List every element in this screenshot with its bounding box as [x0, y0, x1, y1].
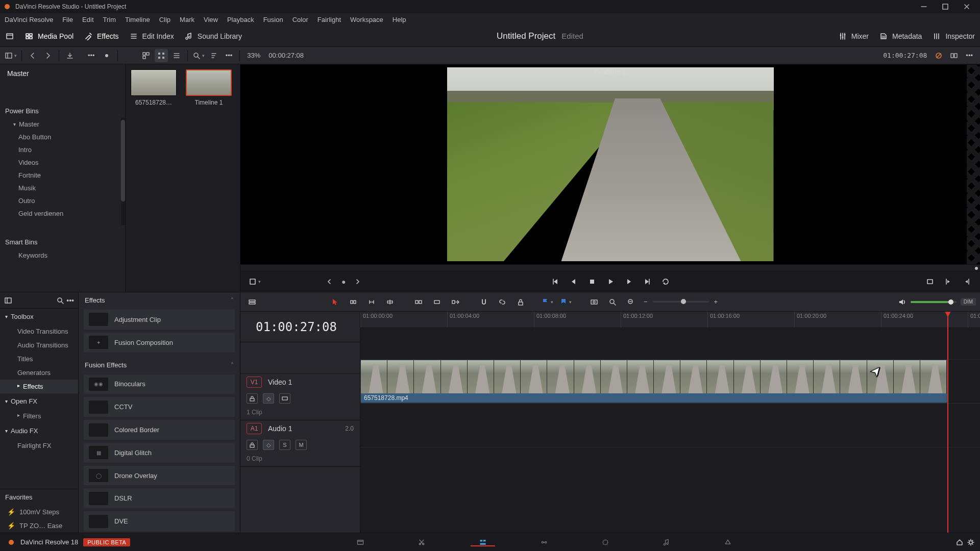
import-media[interactable]: [63, 49, 77, 62]
bin-item[interactable]: Abo Button: [0, 131, 121, 143]
fx-item[interactable]: ▦Digital Glitch: [84, 443, 235, 463]
effects-section-header[interactable]: Effects˄: [79, 292, 240, 308]
bin-item[interactable]: Intro: [0, 143, 121, 156]
menu-help[interactable]: Help: [388, 13, 411, 26]
track-tag[interactable]: V1: [247, 377, 262, 388]
mixer-toggle[interactable]: Mixer: [833, 29, 874, 44]
smart-bin-item[interactable]: Keywords: [0, 249, 125, 262]
menu-edit[interactable]: Edit: [78, 13, 98, 26]
menu-trim[interactable]: Trim: [99, 13, 121, 26]
viewer-canvas[interactable]: [240, 64, 980, 264]
record-dot[interactable]: [100, 49, 113, 62]
go-start-button[interactable]: [548, 274, 562, 289]
page-deliver[interactable]: [697, 538, 758, 546]
lock-icon[interactable]: [513, 294, 528, 310]
pool-thumb[interactable]: 657518728…: [131, 69, 177, 106]
menu-workspace[interactable]: Workspace: [346, 13, 388, 26]
zoom-minus[interactable]: −: [642, 298, 650, 306]
favorites-header[interactable]: Favorites: [0, 489, 78, 505]
zoom-to-fit[interactable]: [586, 294, 602, 310]
grid-view-icon[interactable]: [155, 49, 168, 62]
fx-item[interactable]: CCTV: [84, 397, 235, 417]
power-bin-master[interactable]: ▾Master: [0, 118, 121, 131]
project-settings-button[interactable]: [967, 538, 975, 546]
timeline-tracks[interactable]: 01:00:00:00 01:00:04:00 01:00:08:00 01:0…: [360, 312, 980, 533]
blade-tool[interactable]: [382, 294, 398, 310]
detail-zoom[interactable]: [605, 294, 620, 310]
bin-item[interactable]: Videos: [0, 156, 121, 169]
bin-item[interactable]: Fortnite: [0, 169, 121, 182]
dim-button[interactable]: DIM: [961, 298, 976, 306]
effects-toggle[interactable]: Effects: [79, 29, 124, 44]
fx-item[interactable]: Colored Border: [84, 420, 235, 440]
match-frame-button[interactable]: [923, 274, 937, 289]
bin-item[interactable]: Outro: [0, 194, 121, 207]
viewer-title-dropdown[interactable]: Timeline 1: [594, 68, 626, 76]
auto-select[interactable]: ◇: [263, 440, 274, 450]
go-end-button[interactable]: [640, 274, 654, 289]
menu-timeline[interactable]: Timeline: [120, 13, 155, 26]
selection-tool[interactable]: [327, 294, 342, 310]
ellipsis-1[interactable]: •••: [85, 52, 98, 59]
video-track-header[interactable]: V1 Video 1 ◇ 1 Clip: [240, 374, 360, 420]
fx-search-icon[interactable]: [56, 296, 64, 305]
metadata-toggle[interactable]: Metadata: [874, 29, 927, 44]
sound-library-toggle[interactable]: Sound Library: [179, 29, 247, 44]
transform-dropdown[interactable]: [248, 274, 262, 289]
page-cut[interactable]: [391, 538, 452, 546]
menu-fusion[interactable]: Fusion: [259, 13, 288, 26]
flag-dropdown[interactable]: [540, 294, 555, 310]
home-button[interactable]: [955, 538, 964, 546]
edit-index-toggle[interactable]: Edit Index: [124, 29, 179, 44]
fx-layout-icon[interactable]: [4, 296, 12, 305]
timeline-timecode[interactable]: 01:00:27:08: [240, 312, 360, 342]
fx-item[interactable]: DSLR: [84, 488, 235, 508]
overwrite-clip[interactable]: [429, 294, 445, 310]
bin-item[interactable]: Geld verdienen: [0, 207, 121, 220]
dual-viewer-icon[interactable]: [947, 49, 961, 62]
ellipsis-3[interactable]: •••: [963, 52, 976, 59]
toolbox-header[interactable]: ▾Toolbox: [0, 309, 78, 324]
insert-clip[interactable]: [411, 294, 426, 310]
track-tag[interactable]: A1: [247, 423, 262, 434]
menu-mark[interactable]: Mark: [175, 13, 199, 26]
fx-cat[interactable]: ▸Filters: [0, 409, 78, 423]
ellipsis-2[interactable]: •••: [223, 52, 236, 59]
next-clip[interactable]: [351, 274, 365, 289]
solo-button[interactable]: S: [279, 440, 290, 450]
volume-slider[interactable]: [911, 301, 957, 303]
speaker-icon[interactable]: [898, 298, 906, 306]
search-pool[interactable]: [192, 49, 205, 62]
page-fusion[interactable]: [513, 538, 575, 546]
bypass-fx-icon[interactable]: [932, 49, 945, 62]
fx-item[interactable]: ✦Fusion Composition: [84, 333, 235, 353]
smart-bins-header[interactable]: Smart Bins: [0, 234, 125, 249]
page-fairlight[interactable]: [636, 538, 697, 546]
fusion-section-header[interactable]: Fusion Effects˄: [79, 357, 240, 373]
fx-cat-effects[interactable]: ▸Effects: [0, 380, 78, 393]
page-edit[interactable]: [452, 538, 513, 546]
fx-item[interactable]: DVE: [84, 511, 235, 531]
fx-item[interactable]: ◉◉Binoculars: [84, 374, 235, 394]
custom-zoom[interactable]: [623, 294, 639, 310]
dynamic-trim-tool[interactable]: [364, 294, 379, 310]
bin-item[interactable]: Musik: [0, 182, 121, 194]
loop-button[interactable]: [658, 274, 673, 289]
window-close-button[interactable]: [957, 0, 977, 13]
page-color[interactable]: [575, 538, 636, 546]
mini-scrubber[interactable]: [240, 264, 980, 271]
timeline-view-options[interactable]: [244, 294, 260, 310]
bin-scrollbar[interactable]: [121, 118, 125, 225]
sort-pool[interactable]: [207, 49, 220, 62]
window-maximize-button[interactable]: [935, 0, 955, 13]
prev-frame-button[interactable]: [567, 274, 581, 289]
ellipsis-fx[interactable]: •••: [66, 296, 74, 305]
playhead[interactable]: [947, 312, 948, 533]
fav-item[interactable]: ⚡100mV Steps: [0, 505, 78, 519]
video-clip[interactable]: 657518728.mp4: [360, 360, 947, 403]
lock-track[interactable]: [247, 440, 258, 450]
menu-fairlight[interactable]: Fairlight: [313, 13, 346, 26]
openfx-header[interactable]: ▾Open FX: [0, 393, 78, 409]
fx-cat[interactable]: Fairlight FX: [0, 439, 78, 453]
mute-button[interactable]: M: [296, 440, 307, 450]
